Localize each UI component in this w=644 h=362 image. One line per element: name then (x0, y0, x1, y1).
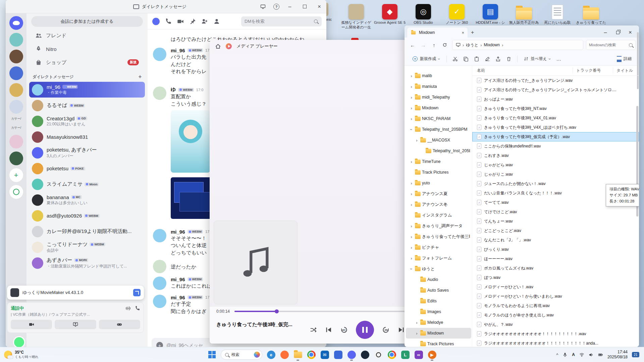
taskbar-app-icon[interactable] (359, 348, 371, 361)
tree-item[interactable]: ゆうと (406, 263, 471, 274)
activity-button[interactable] (99, 320, 140, 329)
server-avatar[interactable] (9, 50, 23, 63)
close-tab-icon[interactable]: × (462, 30, 464, 35)
avatar[interactable] (32, 242, 43, 253)
add-server-icon[interactable] (9, 168, 23, 182)
file-row[interactable]: どこどっとこど.wav (472, 226, 639, 235)
view-details-button[interactable]: 詳細 (614, 54, 634, 64)
minimize-button[interactable] (602, 29, 609, 36)
expand-chevron-icon[interactable] (409, 202, 414, 207)
taskbar-app-icon[interactable] (278, 348, 291, 361)
dm-item[interactable]: mi_96 WEBM ・作業中毒 (29, 82, 145, 98)
close-button[interactable] (627, 29, 634, 36)
taskbar-app-icon[interactable] (385, 348, 398, 361)
tree-item[interactable]: __MACOSX (406, 135, 471, 145)
expand-chevron-icon[interactable] (415, 331, 419, 336)
dm-user-avatar[interactable] (152, 18, 160, 25)
server-icon[interactable] (9, 100, 23, 114)
attach-icon[interactable]: + (156, 342, 163, 347)
join-create-button[interactable]: 会話に参加または作成する (31, 16, 143, 27)
avatar[interactable] (32, 179, 43, 190)
user-avatar[interactable] (13, 336, 25, 347)
help-icon[interactable]: ? (273, 4, 279, 10)
tree-item[interactable]: Images (406, 306, 471, 317)
forward-30-button[interactable]: 30 (382, 326, 389, 334)
taskbar-search[interactable]: 検索 (221, 350, 262, 360)
tree-item[interactable]: インスタグラム (406, 210, 471, 221)
refresh-button[interactable] (440, 40, 449, 50)
taskbar-app-icon[interactable] (345, 348, 358, 361)
tree-item[interactable]: Telepathy_Inst_205BPM (406, 124, 471, 135)
avatar[interactable] (32, 194, 43, 206)
expand-chevron-icon[interactable] (409, 245, 414, 250)
avatar[interactable] (32, 257, 43, 269)
wifi-icon[interactable] (579, 352, 584, 357)
attachment-image[interactable] (171, 110, 210, 173)
member-profile-icon[interactable] (213, 18, 220, 25)
sidebar-item-shop[interactable]: ショップ 新規 (29, 56, 145, 69)
expand-chevron-icon[interactable] (409, 234, 414, 239)
maximize-button[interactable] (300, 2, 309, 11)
dm-item[interactable]: スライムアミサ Moon (29, 176, 145, 192)
weather-widget[interactable]: 35°C くもり時々晴れ (0, 347, 43, 362)
expand-chevron-icon[interactable] (409, 106, 414, 111)
dm-item[interactable]: Masayukisnow831 (29, 129, 145, 145)
close-button[interactable] (315, 2, 324, 11)
notification-count-badge[interactable]: 21 (632, 352, 639, 357)
tree-item[interactable]: midi_Telepathy (406, 92, 471, 103)
avatar[interactable] (153, 260, 166, 273)
ime-indicator[interactable]: A (572, 352, 575, 357)
dm-item[interactable]: poketetsu, あずきバー 3人のメンバー (29, 145, 145, 161)
avatar[interactable] (32, 163, 43, 174)
server-avatar[interactable] (9, 135, 23, 148)
server-icon[interactable] (9, 50, 23, 63)
server-avatar[interactable] (9, 100, 23, 114)
tree-item[interactable]: アナウンス夏 (406, 188, 471, 199)
tree-item[interactable]: アナウンス冬 (406, 199, 471, 210)
column-header-title[interactable]: タイトル (613, 68, 639, 73)
dm-item[interactable]: こってりドーナツ WEBM 会話中 (29, 239, 145, 255)
taskbar-app-icon[interactable] (305, 348, 318, 361)
server-avatar[interactable] (9, 33, 23, 47)
expand-chevron-icon[interactable] (409, 73, 414, 78)
column-header-track[interactable]: トラック番号 (573, 68, 613, 73)
dm-item[interactable]: あずきバー MORI ・活動衰退以外隔関フレンド申請許可して... (29, 255, 145, 271)
paste-button[interactable] (472, 54, 482, 64)
tree-item[interactable]: yuto (406, 178, 471, 188)
avatar[interactable] (153, 48, 166, 61)
back-button[interactable]: ← (408, 40, 417, 50)
search-input[interactable] (589, 43, 627, 47)
tree-item[interactable]: malib (406, 70, 471, 81)
tree-item[interactable]: Edits (406, 296, 471, 306)
camera-button[interactable] (11, 320, 52, 329)
forward-button[interactable]: → (419, 40, 428, 50)
file-row[interactable]: ラジオオオオオオオオオオオオ！！！！！！！！！.wav (472, 329, 639, 339)
dm-item[interactable]: asdf@yuto0926 WEBM (29, 208, 145, 224)
tree-item[interactable]: きゅうり食ってた午後三時 (406, 231, 471, 242)
expand-chevron-icon[interactable] (415, 138, 419, 143)
minimize-button[interactable] (285, 2, 294, 11)
tree-item[interactable]: Mixdown (406, 103, 471, 113)
taskbar-app-icon[interactable]: ▶ (426, 348, 438, 361)
tree-item[interactable]: Track Pictures (406, 167, 471, 178)
explorer-search[interactable] (586, 40, 636, 50)
server-icon[interactable] (9, 16, 23, 30)
file-row[interactable]: きゅうり食ってた午後3時_NT.wav (472, 104, 639, 113)
avatar[interactable] (153, 229, 166, 242)
explore-icon[interactable] (9, 185, 23, 199)
tree-item[interactable]: Auto Saves (406, 285, 471, 296)
expand-chevron-icon[interactable] (409, 95, 414, 100)
file-row[interactable]: アイス溶けるの待ってた_きゅうりアレンジ.wav (472, 76, 639, 85)
new-tab-icon[interactable]: + (471, 29, 474, 36)
avatar[interactable] (32, 84, 43, 96)
file-row[interactable]: アイス溶けるの待ってた_きゅうりアレンジ_インストゥルメントソロ.... (472, 85, 639, 95)
taskbar-app-icon[interactable] (332, 348, 344, 361)
tree-item[interactable]: TimeTune (406, 156, 471, 167)
file-row[interactable]: ラジオオオオオオオオオオオオオ！！！！！！！！！！anda... (472, 339, 639, 347)
file-row[interactable]: てけでけこど.wav (472, 207, 639, 217)
avatar[interactable] (32, 116, 43, 127)
server-icon[interactable] (9, 83, 23, 97)
dm-item[interactable]: poketetsu POKE (29, 161, 145, 176)
maximize-button[interactable] (616, 31, 620, 34)
noise-suppression-icon[interactable] (125, 306, 131, 311)
